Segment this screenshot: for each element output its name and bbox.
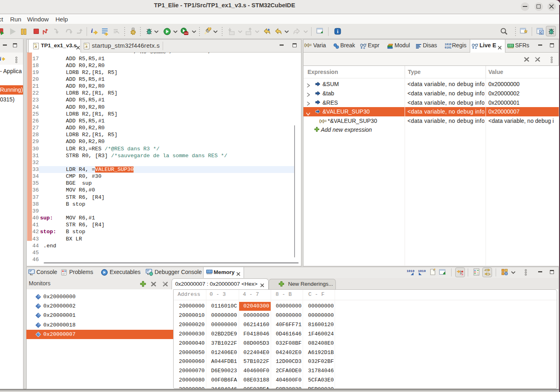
svg-text:.s: .s bbox=[85, 44, 88, 48]
svg-text:i: i bbox=[0, 56, 1, 62]
svg-text:i: i bbox=[337, 28, 339, 34]
svg-text:C: C bbox=[540, 31, 543, 35]
svg-text:.s: .s bbox=[34, 44, 37, 48]
